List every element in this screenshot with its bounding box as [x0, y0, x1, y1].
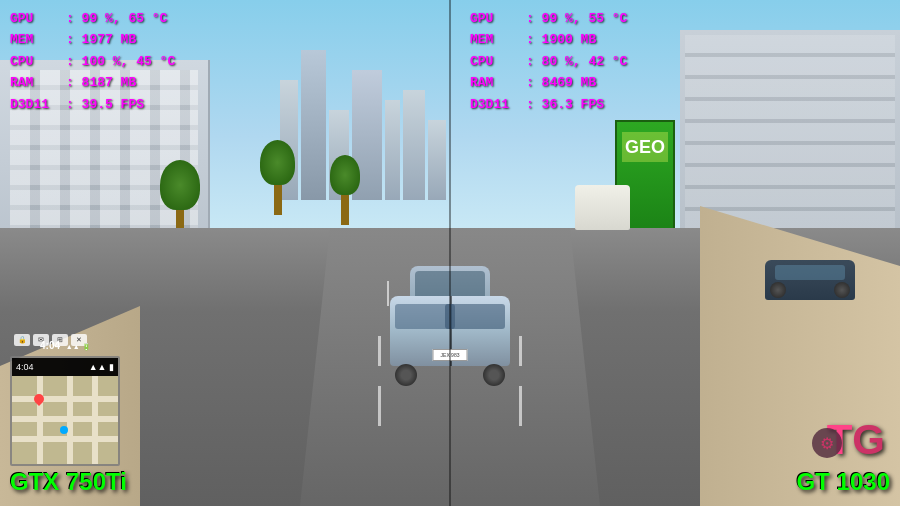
stat-ram-value-left: : 8187 MB: [66, 72, 136, 93]
stat-cpu-right: CPU : 80 %, 42 °C: [470, 51, 627, 72]
vehicle-wheel-right: [483, 364, 505, 386]
time-display: 4:04 ▲▲ 🔋: [40, 340, 91, 351]
road-line-r: [519, 386, 522, 426]
mini-map-time: 4:04: [16, 362, 34, 372]
stat-mem-value-right: : 1900 MB: [526, 29, 596, 50]
map-road-v2: [67, 376, 73, 464]
city-building: [301, 50, 326, 200]
label-gt1030: GT 1030: [797, 468, 890, 496]
map-road-h1: [12, 396, 118, 402]
stat-d3d-label-left: D3D11: [10, 94, 62, 115]
stat-ram-right: RAM : 8469 MB: [470, 72, 627, 93]
shop-sign: GEO: [622, 132, 668, 162]
time-value: 4:04: [40, 340, 60, 351]
screen-divider: [449, 0, 451, 506]
road-line: [378, 386, 381, 426]
tg-letter-g: G: [852, 416, 885, 463]
stat-gpu-label-left: GPU: [10, 8, 62, 29]
stats-right-panel: GPU : 99 %, 55 °C MEM : 1900 MB CPU : 80…: [470, 8, 627, 115]
stat-gpu-label-right: GPU: [470, 8, 522, 29]
road-line-r2: [519, 336, 522, 366]
city-building: [385, 100, 400, 200]
map-road-h3: [12, 436, 118, 442]
mini-map-content: [12, 376, 118, 464]
stat-cpu-value-right: : 80 %, 42 °C: [526, 51, 627, 72]
tree-left-3: [330, 155, 360, 225]
tree-left-2: [260, 140, 295, 215]
vehicle-window-r: [445, 304, 505, 329]
lock-icon: 🔒: [14, 334, 30, 346]
stat-ram-label-left: RAM: [10, 72, 62, 93]
van-traffic: [575, 185, 630, 230]
stat-cpu-value-left: : 100 %, 45 °C: [66, 51, 175, 72]
game-screen: GEO: [0, 0, 900, 506]
stats-left-panel: GPU : 99 %, 65 °C MEM : 1977 MB CPU : 10…: [10, 8, 175, 115]
tg-gear-icon: ⚙: [812, 428, 842, 458]
stat-mem-right: MEM : 1900 MB: [470, 29, 627, 50]
gear-symbol: ⚙: [820, 434, 834, 453]
stat-d3d-label-right: D3D11: [470, 94, 522, 115]
stat-d3d-left: D3D11 : 39.5 FPS: [10, 94, 175, 115]
stat-ram-label-right: RAM: [470, 72, 522, 93]
stat-mem-left: MEM : 1977 MB: [10, 29, 175, 50]
road-line: [378, 336, 381, 366]
player-dot: [60, 426, 68, 434]
city-building: [403, 90, 425, 200]
stat-ram-left: RAM : 8187 MB: [10, 72, 175, 93]
mini-map: 4:04 ▲▲ ▮: [10, 356, 120, 466]
signal-battery: ▲▲ 🔋: [66, 343, 91, 350]
stat-d3d-right: D3D11 : 36.3 FPS: [470, 94, 627, 115]
car-wheel-r: [834, 282, 850, 298]
stat-cpu-label-right: CPU: [470, 51, 522, 72]
stat-gpu-value-right: : 99 %, 55 °C: [526, 8, 627, 29]
stat-cpu-left: CPU : 100 %, 45 °C: [10, 51, 175, 72]
stat-gpu-value-left: : 99 %, 65 °C: [66, 8, 167, 29]
mini-map-header: 4:04 ▲▲ ▮: [12, 358, 118, 376]
stat-mem-value-left: : 1977 MB: [66, 29, 136, 50]
road-line: [387, 281, 389, 306]
map-road-h2: [12, 416, 118, 422]
stat-ram-value-right: : 8469 MB: [526, 72, 596, 93]
waypoint-marker: [32, 392, 46, 406]
label-right-text: GT 1030: [797, 468, 890, 495]
stat-d3d-value-left: : 39.5 FPS: [66, 94, 144, 115]
map-road-v3: [92, 376, 98, 464]
car-traffic: [765, 260, 855, 300]
stat-mem-label-right: MEM: [470, 29, 522, 50]
stat-cpu-label-left: CPU: [10, 51, 62, 72]
car-window: [775, 265, 845, 280]
label-left-text: GTX 750Ti: [10, 468, 127, 495]
stat-gpu-right: GPU : 99 %, 55 °C: [470, 8, 627, 29]
stat-d3d-value-right: : 36.3 FPS: [526, 94, 604, 115]
city-building: [428, 120, 446, 200]
stat-mem-label-left: MEM: [10, 29, 62, 50]
label-gtx750ti: GTX 750Ti: [10, 468, 127, 496]
car-wheel-l: [770, 282, 786, 298]
stat-gpu-left: GPU : 99 %, 65 °C: [10, 8, 175, 29]
map-road-v1: [37, 376, 43, 464]
mini-map-signal: ▲▲ ▮: [89, 362, 114, 372]
vehicle-wheel-left: [395, 364, 417, 386]
